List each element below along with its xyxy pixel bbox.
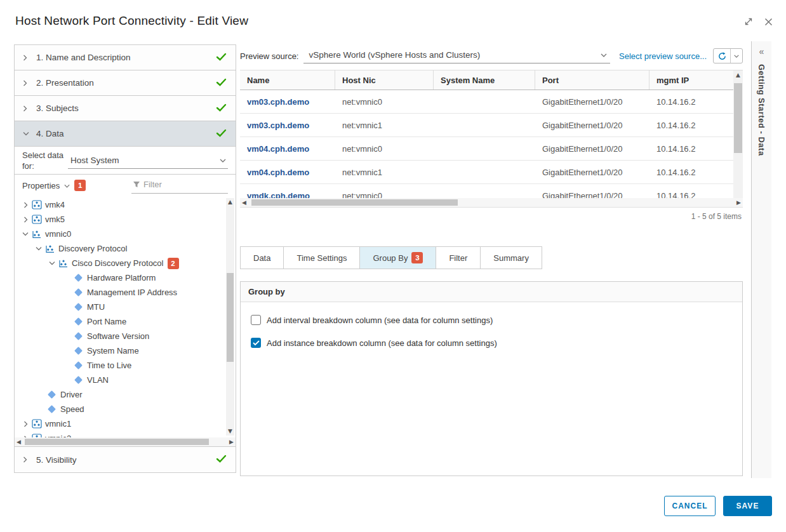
scrollbar-thumb[interactable] bbox=[251, 199, 458, 206]
chevron-down-icon[interactable] bbox=[731, 49, 742, 63]
tab-filter[interactable]: Filter bbox=[436, 246, 481, 269]
scroll-left-icon[interactable]: ◀ bbox=[242, 200, 246, 206]
tree-item[interactable]: Time to Live bbox=[15, 358, 236, 373]
tree-item[interactable]: vmnic0 bbox=[15, 227, 236, 241]
tree-item[interactable]: Hardware Platform bbox=[15, 270, 236, 285]
property-icon bbox=[73, 304, 84, 310]
tree-item[interactable]: MTU bbox=[15, 300, 236, 314]
table-cell: net:vmnic1 bbox=[335, 168, 434, 177]
column-header-mgmt-ip[interactable]: mgmt IP bbox=[649, 70, 733, 90]
cell-name-link[interactable]: vm03.cph.demo bbox=[240, 121, 335, 130]
diamond-shape bbox=[48, 405, 56, 413]
chevron-down-icon[interactable] bbox=[33, 246, 44, 251]
wizard-step-4-data[interactable]: 4. Data bbox=[15, 121, 236, 147]
tab-data[interactable]: Data bbox=[240, 246, 284, 269]
tab-label: Data bbox=[253, 253, 270, 263]
tree-item[interactable]: System Name bbox=[15, 343, 236, 358]
getting-started-strip[interactable]: « Getting Started - Data bbox=[751, 41, 771, 478]
scroll-right-icon[interactable]: ▶ bbox=[736, 200, 741, 206]
scroll-left-icon[interactable]: ◀ bbox=[17, 439, 21, 445]
column-header-system-name[interactable]: System Name bbox=[434, 70, 535, 90]
scrollbar-thumb[interactable] bbox=[734, 83, 742, 153]
cancel-button[interactable]: CANCEL bbox=[664, 496, 716, 516]
group-by-option[interactable]: Add interval breakdown column (see data … bbox=[251, 315, 732, 325]
tab-time-settings[interactable]: Time Settings bbox=[283, 246, 360, 269]
close-icon[interactable] bbox=[764, 17, 773, 27]
table-row[interactable]: vm03.cph.demonet:vmnic1GigabitEthernet1/… bbox=[240, 114, 733, 137]
tree-item[interactable]: Port Name bbox=[15, 314, 236, 329]
tab-summary[interactable]: Summary bbox=[480, 246, 542, 269]
table-cell: 10.14.16.2 bbox=[649, 97, 733, 107]
refresh-icon[interactable] bbox=[714, 49, 731, 63]
select-preview-source-link[interactable]: Select preview source... bbox=[619, 51, 707, 61]
checkbox-label: Add instance breakdown column (see data … bbox=[267, 338, 497, 348]
checkbox-unchecked-icon[interactable] bbox=[251, 315, 261, 325]
chevron-down-icon bbox=[63, 181, 70, 190]
resize-icon[interactable] bbox=[743, 17, 754, 27]
preview-source-select[interactable]: vSphere World (vSphere Hosts and Cluster… bbox=[303, 49, 610, 63]
cell-name-link[interactable]: vm03.cph.demo bbox=[240, 97, 335, 107]
scroll-down-icon[interactable]: ▼ bbox=[228, 429, 232, 434]
tree-item[interactable]: Discovery Protocol bbox=[15, 241, 236, 256]
preview-panel: Preview source: vSphere World (vSphere H… bbox=[240, 47, 743, 476]
chevron-down-icon bbox=[22, 131, 34, 136]
preview-source-label: Preview source: bbox=[240, 51, 298, 61]
column-header-host-nic[interactable]: Host Nic bbox=[335, 70, 434, 90]
diamond-shape bbox=[74, 274, 83, 282]
group-by-option[interactable]: Add instance breakdown column (see data … bbox=[251, 338, 732, 348]
tree-horizontal-scrollbar[interactable]: ◀ ▶ bbox=[15, 437, 236, 447]
tree-item[interactable]: VLAN bbox=[15, 373, 236, 387]
tab-group-by[interactable]: Group By3 bbox=[359, 246, 436, 269]
wizard-step-3-subjects[interactable]: 3. Subjects bbox=[15, 96, 236, 121]
tree-item-label: MTU bbox=[87, 302, 105, 312]
checkbox-checked-icon[interactable] bbox=[251, 338, 261, 348]
tree-item[interactable]: vmnic2 bbox=[15, 431, 236, 437]
expand-panel-icon[interactable]: « bbox=[752, 41, 771, 57]
chevron-down-icon[interactable] bbox=[20, 231, 31, 237]
tree-item[interactable]: vmk5 bbox=[15, 212, 236, 227]
table-horizontal-scrollbar[interactable]: ◀ ▶ bbox=[240, 198, 743, 208]
cell-name-link[interactable]: vm04.cph.demo bbox=[240, 144, 335, 154]
property-icon bbox=[46, 392, 57, 397]
column-header-name[interactable]: Name bbox=[240, 70, 335, 90]
save-button[interactable]: SAVE bbox=[723, 496, 772, 516]
table-cell: net:vmnic0 bbox=[335, 97, 434, 107]
table-row[interactable]: vm04.cph.demonet:vmnic1GigabitEthernet1/… bbox=[240, 161, 733, 184]
scroll-up-icon[interactable]: ▲ bbox=[736, 72, 740, 78]
table-row[interactable]: vmdk.cph.demonet:vmnic0GigabitEthernet1/… bbox=[240, 184, 733, 198]
table-vertical-scrollbar[interactable]: ▲ ▼ bbox=[733, 70, 743, 208]
cell-name-link[interactable]: vm04.cph.demo bbox=[240, 168, 335, 177]
scroll-right-icon[interactable]: ▶ bbox=[229, 439, 234, 445]
chevron-down-icon[interactable] bbox=[46, 260, 58, 266]
wizard-step-1-name-and-description[interactable]: 1. Name and Description bbox=[15, 45, 236, 70]
table-row[interactable]: vm04.cph.demonet:vmnic0GigabitEthernet1/… bbox=[240, 137, 733, 161]
wizard-step-2-presentation[interactable]: 2. Presentation bbox=[15, 70, 236, 96]
tree-item[interactable]: vmk4 bbox=[15, 197, 236, 212]
select-data-for-label: Select data for: bbox=[22, 150, 68, 171]
adapter-kind-select[interactable]: Host System bbox=[68, 154, 228, 169]
chevron-right-icon bbox=[22, 54, 34, 62]
chevron-right-icon[interactable] bbox=[20, 216, 31, 223]
tab-label: Time Settings bbox=[296, 253, 347, 263]
scroll-up-icon[interactable]: ▲ bbox=[228, 199, 232, 205]
tree-item[interactable]: Management IP Address bbox=[15, 285, 236, 300]
tree-item[interactable]: Speed bbox=[15, 402, 236, 416]
table-row[interactable]: vm03.cph.demonet:vmnic0GigabitEthernet1/… bbox=[240, 90, 733, 114]
chevron-right-icon[interactable] bbox=[20, 420, 31, 428]
filter-input[interactable] bbox=[143, 180, 213, 189]
tree-item[interactable]: Software Version bbox=[15, 329, 236, 343]
chevron-down-icon bbox=[219, 156, 227, 165]
wizard-step-label: 5. Visibility bbox=[34, 455, 216, 465]
wizard-step-5-visibility[interactable]: 5. Visibility bbox=[15, 447, 236, 472]
tree-vertical-scrollbar[interactable]: ▲ ▼ bbox=[226, 198, 234, 436]
cell-name-link[interactable]: vmdk.cph.demo bbox=[240, 191, 335, 199]
tree-item[interactable]: vmnic1 bbox=[15, 416, 236, 431]
scrollbar-thumb[interactable] bbox=[25, 439, 209, 445]
tree-item[interactable]: Driver bbox=[15, 387, 236, 402]
chevron-right-icon[interactable] bbox=[20, 201, 31, 209]
data-mode-select[interactable]: Properties 1 bbox=[22, 180, 86, 191]
selection-count-badge: 1 bbox=[74, 180, 86, 191]
tree-item[interactable]: Cisco Discovery Protocol2 bbox=[15, 256, 236, 270]
column-header-port[interactable]: Port bbox=[535, 70, 649, 90]
scrollbar-thumb[interactable] bbox=[227, 273, 234, 362]
